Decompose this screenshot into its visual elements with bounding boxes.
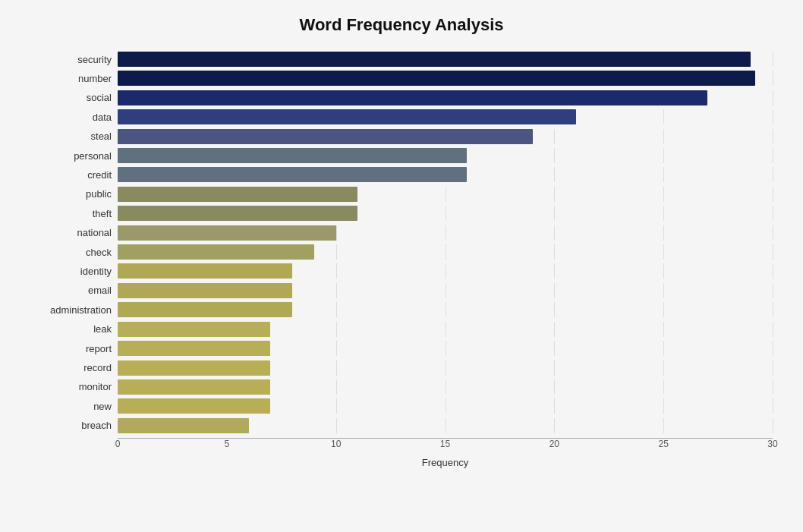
bar-wrapper [118, 379, 773, 395]
bar [118, 283, 292, 298]
bar-row: security [30, 50, 773, 68]
bar-wrapper [118, 148, 773, 163]
x-tick-label: 30 [767, 439, 777, 449]
bar [118, 360, 270, 376]
bar-label: monitor [30, 381, 118, 392]
bar-label: email [30, 285, 118, 296]
bar-wrapper [118, 129, 773, 144]
bar-row: email [30, 282, 773, 300]
bar-label: security [30, 54, 118, 65]
bar-row: social [30, 89, 773, 107]
bar-wrapper [118, 283, 773, 298]
x-tick-label: 25 [658, 439, 668, 449]
x-tick-label: 20 [550, 439, 559, 449]
bar-label: data [30, 112, 118, 123]
bar-label: personal [30, 150, 118, 162]
bar [118, 341, 270, 356]
x-tick-label: 10 [331, 439, 341, 449]
bar-wrapper [118, 302, 773, 317]
bar-row: record [30, 359, 773, 377]
bar-row: national [30, 224, 773, 242]
bars-section: securitynumbersocialdatastealpersonalcre… [30, 50, 773, 435]
bar-wrapper [118, 225, 773, 241]
bar-row: breach [30, 417, 773, 435]
bar [118, 52, 751, 67]
bar [118, 206, 357, 221]
bar [118, 263, 292, 279]
bar-wrapper [118, 206, 773, 221]
bar [118, 148, 467, 163]
bar-wrapper [118, 322, 773, 337]
bar-wrapper [118, 109, 773, 124]
x-axis-title: Frequency [118, 457, 773, 468]
bar-row: steal [30, 127, 773, 146]
bar-label: credit [30, 169, 118, 181]
bar-label: public [30, 188, 118, 200]
x-tick-label: 0 [115, 439, 121, 449]
bar-label: new [30, 401, 118, 412]
chart-area: securitynumbersocialdatastealpersonalcre… [30, 50, 773, 468]
bar-wrapper [118, 244, 773, 260]
chart-title: Word Frequency Analysis [30, 15, 773, 35]
bar [118, 398, 270, 414]
bar-wrapper [118, 90, 773, 105]
bar-label: report [30, 343, 118, 354]
bar-label: theft [30, 208, 118, 219]
bar [118, 379, 270, 395]
bar-label: administration [30, 304, 118, 316]
bar-label: record [30, 362, 118, 373]
bar-wrapper [118, 167, 773, 182]
bar-row: public [30, 185, 773, 203]
bar [118, 187, 357, 202]
bar-wrapper [118, 341, 773, 356]
bar [118, 129, 533, 144]
bar-wrapper [118, 187, 773, 202]
bar [118, 322, 270, 337]
bar-row: leak [30, 320, 773, 338]
bar-label: leak [30, 323, 118, 335]
bar-row: theft [30, 204, 773, 222]
bar-label: identity [30, 266, 118, 277]
bar-label: number [30, 73, 118, 84]
bar-label: social [30, 92, 118, 103]
chart-container: Word Frequency Analysis securitynumberso… [0, 0, 803, 532]
bar-row: personal [30, 146, 773, 165]
bar [118, 71, 755, 86]
bar-label: national [30, 227, 118, 238]
bar-label: breach [30, 420, 118, 431]
x-tick-label: 5 [224, 439, 229, 449]
bar-row: data [30, 108, 773, 126]
bar [118, 302, 292, 317]
bar-label: steal [30, 131, 118, 142]
bar-wrapper [118, 71, 773, 86]
bar-label: check [30, 247, 118, 258]
bar-wrapper [118, 398, 773, 414]
bar-row: administration [30, 301, 773, 319]
bar [118, 167, 467, 182]
bar-wrapper [118, 360, 773, 376]
x-tick-label: 15 [440, 439, 450, 449]
bar-row: check [30, 243, 773, 261]
bar-row: new [30, 397, 773, 415]
bar-wrapper [118, 52, 773, 67]
bar [118, 244, 314, 260]
bar [118, 418, 249, 433]
bar [118, 90, 707, 105]
bar-row: credit [30, 165, 773, 184]
bar [118, 109, 576, 124]
bar-row: number [30, 69, 773, 87]
bar-row: report [30, 339, 773, 357]
bar-wrapper [118, 263, 773, 279]
bar-row: identity [30, 262, 773, 280]
bar [118, 225, 336, 241]
bar-wrapper [118, 418, 773, 433]
bar-row: monitor [30, 378, 773, 396]
